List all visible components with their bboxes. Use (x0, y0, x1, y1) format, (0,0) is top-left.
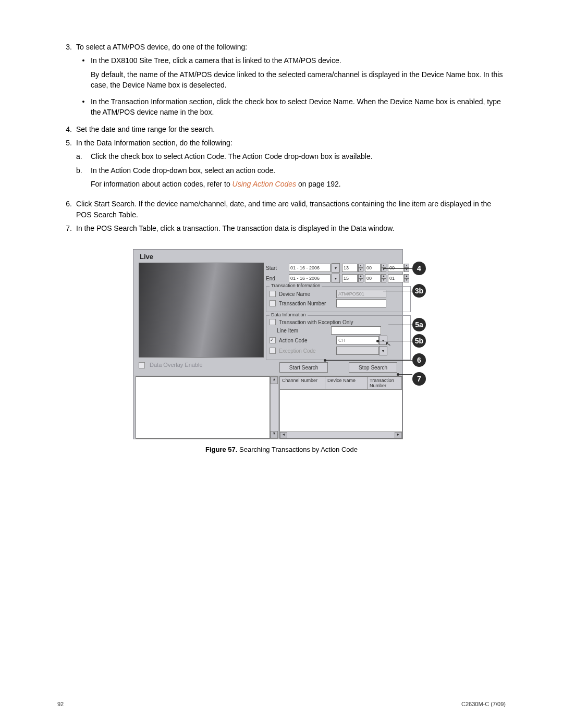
bullet-text: In the Transaction Information section, … (91, 96, 506, 118)
spinner-icon[interactable]: ▲▼ (358, 274, 363, 282)
transaction-info-group: Transaction Information Device Name ATM/… (266, 286, 411, 312)
step-7: 7. In the POS Search Table, click a tran… (57, 223, 506, 233)
search-panel: Live Data Overlay Enable Start 01 - 16 -… (133, 249, 403, 439)
figure-caption: Figure 57. Searching Transactions by Act… (57, 446, 506, 453)
device-name-checkbox[interactable] (270, 291, 276, 297)
callout-5a: 5a (412, 318, 426, 331)
bullet-text: In the DX8100 Site Tree, click a camera … (91, 56, 341, 65)
step-6: 6. Click Start Search. If the device nam… (57, 199, 506, 220)
device-name-label: Device Name (279, 291, 336, 297)
ref-text: For information about action codes, refe… (91, 180, 232, 188)
link-using-action-codes[interactable]: Using Action Codes (232, 180, 296, 188)
end-hour[interactable]: 15 (342, 274, 358, 282)
figure-57: Live Data Overlay Enable Start 01 - 16 -… (133, 249, 430, 439)
group-title: Data Information (270, 312, 308, 317)
start-label: Start (266, 265, 289, 271)
action-code-field[interactable]: CH (336, 336, 379, 344)
action-code-label: Action Code (279, 338, 336, 343)
step-number: 3. (57, 42, 76, 121)
spinner-icon[interactable]: ▲▼ (404, 274, 409, 282)
leader-line (378, 341, 412, 341)
start-search-button[interactable]: Start Search (279, 362, 328, 373)
substep-letter: b. (76, 165, 91, 193)
leader-line (383, 291, 412, 291)
document-page: 3. To select a ATM/POS device, do one of… (0, 0, 563, 474)
exception-code-checkbox[interactable] (270, 348, 276, 354)
video-preview (139, 263, 264, 357)
figure-number: Figure 57. (205, 446, 237, 453)
callout-7: 7 (412, 372, 426, 386)
action-code-checkbox[interactable] (270, 337, 276, 343)
start-date-dropdown[interactable]: ▼ (332, 263, 340, 273)
step-text: In the POS Search Table, click a transac… (76, 223, 506, 233)
callout-3b: 3b (412, 284, 426, 298)
transaction-number-label: Transaction Number (279, 301, 336, 306)
substep-text: Click the check box to select Action Cod… (91, 151, 373, 162)
step-5: 5. In the Data Information section, do t… (57, 138, 506, 195)
bullet-icon: • (76, 96, 91, 118)
end-date-dropdown[interactable]: ▼ (332, 274, 340, 283)
start-sec[interactable]: 00 (388, 264, 403, 272)
step-4: 4. Set the date and time range for the s… (57, 124, 506, 134)
step-number: 6. (57, 199, 76, 220)
column-transaction-number[interactable]: Transaction Number (368, 377, 402, 389)
start-date-field[interactable]: 01 - 16 - 2006 (289, 264, 331, 272)
end-min[interactable]: 00 (365, 274, 381, 282)
line-item-field[interactable] (331, 326, 381, 335)
start-min[interactable]: 00 (365, 264, 381, 272)
page-number: 92 (57, 701, 64, 707)
bullet-paragraph: By default, the name of the ATM/POS devi… (91, 69, 506, 91)
results-h-scrollbar[interactable]: ◄► (280, 431, 402, 438)
end-date-field[interactable]: 01 - 16 - 2006 (289, 274, 331, 282)
stop-search-button[interactable]: Stop Search (349, 362, 397, 373)
end-label: End (266, 276, 289, 281)
exception-only-checkbox[interactable] (270, 319, 276, 325)
end-sec[interactable]: 01 (388, 274, 403, 282)
substep-text: In the Action Code drop-down box, select… (91, 166, 275, 175)
group-title: Transaction Information (270, 283, 322, 288)
callout-6: 6 (412, 353, 426, 367)
page-footer: 92 C2630M-C (7/09) (57, 701, 506, 707)
step-3: 3. To select a ATM/POS device, do one of… (57, 42, 506, 121)
leader-line (398, 374, 412, 375)
exception-code-field (336, 347, 379, 355)
column-channel-number[interactable]: Channel Number (280, 377, 325, 389)
data-window-scrollbar[interactable]: ▲▼ (270, 376, 278, 439)
exception-only-label: Transaction with Exception Only (279, 319, 353, 325)
spinner-icon[interactable]: ▲▼ (358, 264, 363, 272)
bullet-icon: • (76, 55, 91, 93)
step-text: To select a ATM/POS device, do one of th… (76, 43, 247, 51)
step-number: 5. (57, 138, 76, 195)
leader-line (325, 360, 412, 361)
step-number: 7. (57, 223, 76, 233)
device-name-field[interactable]: ATM/POS01 (336, 290, 386, 298)
leader-line (388, 325, 412, 325)
data-window (136, 376, 270, 439)
doc-id: C2630M-C (7/09) (461, 701, 506, 707)
exception-code-label: Exception Code (279, 348, 336, 354)
step-text: In the Data Information section, do the … (76, 139, 232, 147)
substep-letter: a. (76, 151, 91, 162)
spinner-icon[interactable]: ▲▼ (404, 264, 409, 272)
column-device-name[interactable]: Device Name (325, 377, 368, 389)
data-info-group: Data Information Transaction with Except… (266, 315, 411, 360)
ref-text: on page 192. (296, 180, 341, 188)
pos-search-table[interactable]: Channel Number Device Name Transaction N… (279, 376, 402, 439)
start-hour[interactable]: 13 (342, 264, 358, 272)
live-title: Live (133, 250, 264, 263)
figure-title: Searching Transactions by Action Code (237, 446, 358, 453)
line-item-label: Line Item (277, 328, 331, 334)
data-overlay-label: Data Overlay Enable (150, 362, 203, 368)
callout-4: 4 (412, 262, 426, 275)
spinner-icon[interactable]: ▲▼ (381, 274, 386, 282)
leader-line (383, 268, 412, 269)
callout-5b: 5b (412, 334, 426, 348)
data-overlay-checkbox[interactable] (139, 362, 145, 368)
transaction-number-field[interactable] (336, 299, 386, 307)
spinner-icon[interactable]: ▲▼ (381, 264, 386, 272)
transaction-number-checkbox[interactable] (270, 300, 276, 306)
step-number: 4. (57, 124, 76, 134)
step-text: Set the date and time range for the sear… (76, 124, 506, 134)
step-text: Click Start Search. If the device name/c… (76, 199, 506, 220)
